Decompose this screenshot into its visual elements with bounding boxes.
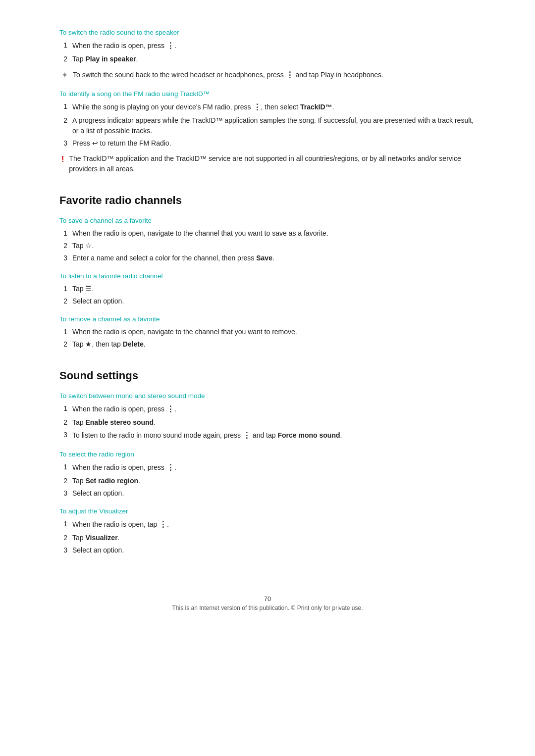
list-adjust-visualizer: 1 When the radio is open, tap . 2 Tap Vi… bbox=[59, 519, 476, 555]
list-remove-favorite: 1 When the radio is open, navigate to th… bbox=[59, 327, 476, 350]
tip-note-speaker: ✦ To switch the sound back to the wired … bbox=[59, 69, 476, 81]
list-item: 1 When the radio is open, navigate to th… bbox=[59, 228, 476, 239]
list-item: 3 Select an option. bbox=[59, 545, 476, 555]
list-item: 2 A progress indicator appears while the… bbox=[59, 115, 476, 136]
footer-disclaimer: This is an Internet version of this publ… bbox=[59, 605, 476, 611]
chapter-title-sound-settings: Sound settings bbox=[59, 369, 476, 382]
section-switch-sound: To switch the radio sound to the speaker… bbox=[59, 29, 476, 81]
chapter-title-favorite-channels: Favorite radio channels bbox=[59, 194, 476, 207]
list-item: 1 While the song is playing on your devi… bbox=[59, 101, 476, 113]
list-item: 2 Tap Visualizer. bbox=[59, 533, 476, 543]
section-select-region: To select the radio region 1 When the ra… bbox=[59, 451, 476, 499]
section-identify-song: To identify a song on the FM radio using… bbox=[59, 90, 476, 174]
dots-icon bbox=[166, 40, 174, 52]
list-item: 3 To listen to the radio in mono sound m… bbox=[59, 430, 476, 442]
heading-remove-favorite: To remove a channel as a favorite bbox=[59, 315, 476, 323]
tip-icon: ✦ bbox=[61, 69, 68, 81]
dots-icon bbox=[166, 462, 174, 474]
list-item: 1 When the radio is open, press . bbox=[59, 403, 476, 415]
list-item: 2 Tap Play in speaker. bbox=[59, 54, 476, 64]
section-heading-identify-song: To identify a song on the FM radio using… bbox=[59, 90, 476, 98]
dots-icon bbox=[286, 69, 294, 81]
heading-select-region: To select the radio region bbox=[59, 451, 476, 458]
section-mono-stereo: To switch between mono and stereo sound … bbox=[59, 392, 476, 442]
heading-save-favorite: To save a channel as a favorite bbox=[59, 217, 476, 224]
section-save-favorite: To save a channel as a favorite 1 When t… bbox=[59, 217, 476, 263]
list-item: 2 Select an option. bbox=[59, 296, 476, 306]
heading-listen-favorite: To listen to a favorite radio channel bbox=[59, 272, 476, 280]
list-item: 2 Tap ★, then tap Delete. bbox=[59, 339, 476, 350]
list-mono-stereo: 1 When the radio is open, press . 2 Tap … bbox=[59, 403, 476, 442]
page-number: 70 bbox=[59, 595, 476, 603]
section-adjust-visualizer: To adjust the Visualizer 1 When the radi… bbox=[59, 507, 476, 555]
list-item: 2 Tap ☆. bbox=[59, 241, 476, 251]
list-item: 3 Select an option. bbox=[59, 488, 476, 499]
exclamation-icon: ! bbox=[61, 153, 64, 174]
dots-icon bbox=[253, 101, 261, 113]
list-item: 3 Enter a name and select a color for th… bbox=[59, 253, 476, 263]
list-item: 1 When the radio is open, press . bbox=[59, 462, 476, 474]
list-identify-song: 1 While the song is playing on your devi… bbox=[59, 101, 476, 149]
list-save-favorite: 1 When the radio is open, navigate to th… bbox=[59, 228, 476, 263]
heading-mono-stereo: To switch between mono and stereo sound … bbox=[59, 392, 476, 400]
list-switch-sound: 1 When the radio is open, press . 2 Tap … bbox=[59, 40, 476, 64]
list-item: 2 Tap Enable stereo sound. bbox=[59, 417, 476, 428]
dots-icon bbox=[159, 519, 167, 531]
list-item: 1 Tap ☰. bbox=[59, 284, 476, 294]
list-item: 3 Press ↩ to return the FM Radio. bbox=[59, 138, 476, 149]
list-item: 1 When the radio is open, tap . bbox=[59, 519, 476, 531]
warning-note-trackid: ! The TrackID™ application and the Track… bbox=[59, 153, 476, 174]
list-item: 1 When the radio is open, navigate to th… bbox=[59, 327, 476, 337]
section-listen-favorite: To listen to a favorite radio channel 1 … bbox=[59, 272, 476, 306]
list-listen-favorite: 1 Tap ☰. 2 Select an option. bbox=[59, 284, 476, 306]
dots-icon bbox=[166, 403, 174, 415]
section-heading-switch-sound: To switch the radio sound to the speaker bbox=[59, 29, 476, 36]
dots-icon bbox=[243, 430, 251, 442]
list-select-region: 1 When the radio is open, press . 2 Tap … bbox=[59, 462, 476, 499]
list-item: 1 When the radio is open, press . bbox=[59, 40, 476, 52]
section-remove-favorite: To remove a channel as a favorite 1 When… bbox=[59, 315, 476, 350]
page-footer: 70 This is an Internet version of this p… bbox=[59, 595, 476, 611]
heading-adjust-visualizer: To adjust the Visualizer bbox=[59, 507, 476, 515]
list-item: 2 Tap Set radio region. bbox=[59, 476, 476, 486]
